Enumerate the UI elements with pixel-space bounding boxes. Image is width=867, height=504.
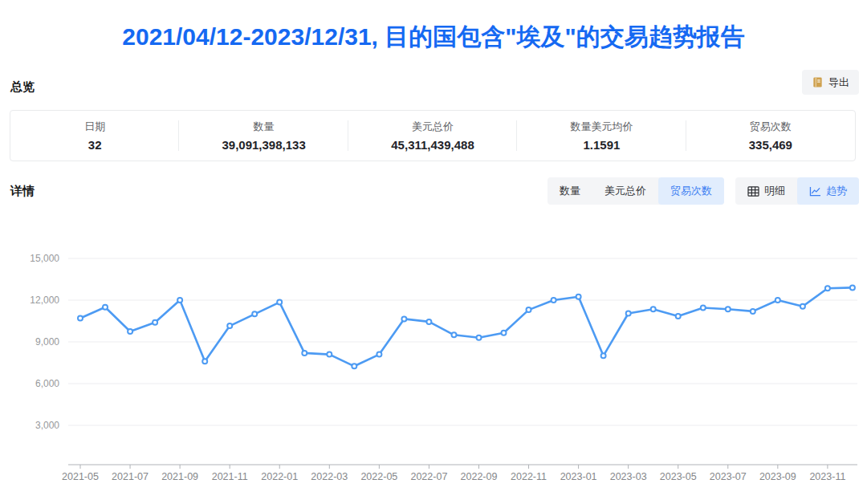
- data-point[interactable]: [527, 307, 531, 312]
- tab-quantity[interactable]: 数量: [547, 177, 592, 205]
- x-axis-label: 2021-07: [112, 471, 149, 482]
- x-axis-label: 2021-05: [62, 471, 99, 482]
- data-point[interactable]: [726, 307, 731, 311]
- y-axis-label: 12,000: [30, 295, 59, 306]
- tab-label: 数量: [560, 184, 580, 198]
- data-point[interactable]: [426, 319, 431, 324]
- tab-trend-view[interactable]: 趋势: [797, 177, 859, 205]
- y-axis-label: 6,000: [35, 378, 59, 389]
- stat-label: 贸易次数: [750, 120, 792, 134]
- table-icon: [747, 186, 759, 197]
- stat-value: 1.1591: [583, 138, 620, 152]
- data-point[interactable]: [302, 351, 307, 356]
- stat-date: 日期 32: [10, 111, 179, 161]
- data-point[interactable]: [825, 286, 830, 291]
- data-point[interactable]: [327, 352, 332, 357]
- export-button-label: 导出: [828, 75, 849, 90]
- data-point[interactable]: [552, 298, 556, 303]
- x-axis-label: 2022-05: [360, 471, 397, 482]
- data-point[interactable]: [651, 307, 656, 311]
- data-point[interactable]: [227, 323, 232, 328]
- y-axis-label: 9,000: [35, 336, 59, 348]
- data-point[interactable]: [153, 320, 157, 325]
- data-point[interactable]: [676, 314, 681, 319]
- stat-trade-count: 贸易次数 335,469: [686, 111, 855, 161]
- stat-usd-total: 美元总价 45,311,439,488: [348, 111, 517, 161]
- stat-label: 数量: [254, 120, 275, 134]
- data-point[interactable]: [103, 305, 108, 310]
- data-point[interactable]: [502, 331, 507, 335]
- tab-trade-count[interactable]: 贸易次数: [658, 177, 724, 205]
- tab-label: 趋势: [826, 184, 847, 198]
- overview-stats-card: 日期 32 数量 39,091,398,133 美元总价 45,311,439,…: [10, 110, 856, 161]
- data-point[interactable]: [452, 332, 457, 337]
- data-point[interactable]: [401, 316, 406, 321]
- tab-label: 贸易次数: [670, 184, 712, 198]
- x-axis-label: 2023-11: [809, 471, 845, 482]
- data-point[interactable]: [751, 309, 755, 314]
- data-point[interactable]: [775, 298, 780, 303]
- view-tab-group: 明细 趋势: [735, 177, 859, 205]
- trend-chart-area[interactable]: 3,0006,0009,00012,00015,0002021-052021-0…: [0, 225, 867, 498]
- data-point[interactable]: [202, 359, 207, 364]
- trend-line-chart[interactable]: 3,0006,0009,00012,00015,0002021-052021-0…: [0, 225, 867, 498]
- stat-quantity: 数量 39,091,398,133: [179, 111, 348, 161]
- data-point[interactable]: [601, 353, 606, 358]
- tab-usd-total[interactable]: 美元总价: [592, 177, 658, 205]
- data-point[interactable]: [177, 298, 182, 303]
- tab-detail-view[interactable]: 明细: [735, 177, 797, 205]
- data-point[interactable]: [352, 364, 356, 368]
- data-point[interactable]: [626, 311, 631, 316]
- stat-label: 数量美元均价: [570, 120, 633, 134]
- y-axis-label: 3,000: [35, 420, 59, 431]
- stat-value: 45,311,439,488: [391, 138, 474, 152]
- data-point[interactable]: [78, 316, 83, 321]
- x-axis-label: 2022-11: [511, 471, 547, 482]
- x-axis-label: 2022-09: [461, 471, 498, 482]
- tab-label: 美元总价: [604, 184, 646, 198]
- x-axis-label: 2023-07: [710, 471, 747, 482]
- data-point[interactable]: [477, 335, 482, 340]
- export-button[interactable]: 导出: [802, 70, 859, 95]
- x-axis-label: 2022-07: [410, 471, 447, 482]
- stat-avg-usd-price: 数量美元均价 1.1591: [517, 111, 686, 161]
- data-point[interactable]: [377, 352, 381, 357]
- data-point[interactable]: [128, 329, 132, 334]
- overview-heading: 总览: [10, 79, 35, 95]
- trend-line: [80, 287, 853, 366]
- trend-icon: [809, 186, 821, 197]
- x-axis-label: 2021-11: [212, 471, 248, 482]
- stat-label: 日期: [84, 120, 105, 134]
- y-axis-label: 15,000: [30, 253, 59, 264]
- data-point[interactable]: [701, 306, 706, 311]
- x-axis-label: 2023-09: [759, 471, 796, 482]
- x-axis-label: 2021-09: [161, 471, 198, 482]
- stat-label: 美元总价: [412, 120, 454, 134]
- data-point[interactable]: [800, 304, 805, 309]
- x-axis-label: 2023-03: [610, 471, 647, 482]
- stat-value: 32: [88, 138, 102, 152]
- x-axis-label: 2023-01: [560, 471, 597, 482]
- details-heading: 详情: [10, 184, 35, 199]
- details-toolbar: 数量 美元总价 贸易次数 明细: [547, 177, 859, 205]
- tab-label: 明细: [764, 184, 785, 198]
- data-point[interactable]: [252, 311, 257, 316]
- x-axis-label: 2022-03: [311, 471, 348, 482]
- data-point[interactable]: [277, 300, 282, 305]
- stat-value: 335,469: [749, 138, 792, 152]
- x-axis-label: 2022-01: [261, 471, 298, 482]
- export-ledger-icon: [812, 76, 824, 88]
- data-point[interactable]: [850, 285, 855, 290]
- stat-value: 39,091,398,133: [222, 138, 305, 152]
- metric-tab-group: 数量 美元总价 贸易次数: [547, 177, 724, 205]
- data-point[interactable]: [576, 295, 581, 299]
- page-title: 2021/04/12-2023/12/31, 目的国包含"埃及"的交易趋势报告: [0, 21, 867, 54]
- x-axis-label: 2023-05: [660, 471, 697, 482]
